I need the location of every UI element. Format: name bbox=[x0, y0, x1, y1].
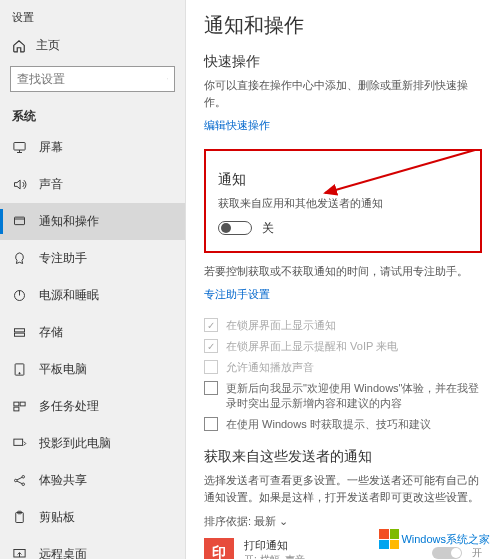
svg-rect-3 bbox=[15, 329, 25, 332]
sidebar-item-label: 投影到此电脑 bbox=[39, 435, 111, 452]
sidebar-item-focus-assist[interactable]: 专注助手 bbox=[0, 240, 185, 277]
chevron-down-icon: ⌄ bbox=[279, 515, 288, 527]
home-icon bbox=[12, 39, 26, 53]
storage-icon bbox=[12, 325, 27, 340]
notifications-heading: 通知 bbox=[218, 171, 468, 189]
sidebar-section-system: 系统 bbox=[0, 102, 185, 129]
sort-dropdown[interactable]: 排序依据: 最新 ⌄ bbox=[204, 513, 482, 530]
home-label: 主页 bbox=[36, 37, 60, 54]
sidebar-item-display[interactable]: 屏幕 bbox=[0, 129, 185, 166]
check-label: 更新后向我显示"欢迎使用 Windows"体验，并在我登录时突出显示新增内容和建… bbox=[226, 381, 482, 411]
notifications-highlight: 通知 获取来自应用和其他发送者的通知 关 bbox=[204, 149, 482, 253]
multitask-icon bbox=[12, 399, 27, 414]
checkbox-icon[interactable] bbox=[204, 381, 218, 395]
sidebar-item-sound[interactable]: 声音 bbox=[0, 166, 185, 203]
sidebar-item-label: 电源和睡眠 bbox=[39, 287, 99, 304]
check-tips[interactable]: 在使用 Windows 时获取提示、技巧和建议 bbox=[204, 417, 482, 432]
svg-point-6 bbox=[19, 373, 20, 374]
check-label: 在使用 Windows 时获取提示、技巧和建议 bbox=[226, 417, 431, 432]
search-input[interactable] bbox=[17, 72, 167, 86]
notifications-desc: 获取来自应用和其他发送者的通知 bbox=[218, 195, 468, 212]
sidebar-item-label: 多任务处理 bbox=[39, 398, 99, 415]
sidebar-item-label: 声音 bbox=[39, 176, 63, 193]
senders-desc: 选择发送者可查看更多设置。一些发送者还可能有自己的通知设置。如果是这样，打开发送… bbox=[204, 472, 482, 505]
home-link[interactable]: 主页 bbox=[0, 29, 185, 62]
svg-rect-9 bbox=[14, 407, 19, 411]
display-icon bbox=[12, 140, 27, 155]
check-label: 在锁屏界面上显示通知 bbox=[226, 318, 336, 333]
svg-point-13 bbox=[22, 483, 25, 486]
sidebar-item-label: 平板电脑 bbox=[39, 361, 87, 378]
sender-sub: 开: 横幅, 声音 bbox=[244, 553, 422, 559]
sidebar-item-label: 剪贴板 bbox=[39, 509, 75, 526]
sidebar-item-power[interactable]: 电源和睡眠 bbox=[0, 277, 185, 314]
app-icon: 印 bbox=[204, 538, 234, 560]
sidebar-item-multitasking[interactable]: 多任务处理 bbox=[0, 388, 185, 425]
svg-rect-4 bbox=[15, 333, 25, 336]
checkbox-icon: ✓ bbox=[204, 318, 218, 332]
check-welcome-experience[interactable]: 更新后向我显示"欢迎使用 Windows"体验，并在我登录时突出显示新增内容和建… bbox=[204, 381, 482, 411]
windows-logo-icon bbox=[379, 529, 399, 549]
page-title: 通知和操作 bbox=[204, 12, 482, 39]
focus-note: 若要控制获取或不获取通知的时间，请试用专注助手。 bbox=[204, 263, 482, 280]
sidebar-item-shared-experiences[interactable]: 体验共享 bbox=[0, 462, 185, 499]
svg-rect-1 bbox=[15, 217, 25, 225]
sidebar-item-remote-desktop[interactable]: 远程桌面 bbox=[0, 536, 185, 559]
sidebar-item-label: 体验共享 bbox=[39, 472, 87, 489]
checkbox-icon bbox=[204, 360, 218, 374]
notifications-toggle[interactable] bbox=[218, 221, 252, 235]
clipboard-icon bbox=[12, 510, 27, 525]
sidebar-item-clipboard[interactable]: 剪贴板 bbox=[0, 499, 185, 536]
edit-quick-actions-link[interactable]: 编辑快速操作 bbox=[204, 118, 270, 133]
checkbox-icon[interactable] bbox=[204, 417, 218, 431]
app-title: 设置 bbox=[0, 6, 185, 29]
quick-actions-heading: 快速操作 bbox=[204, 53, 482, 71]
sidebar-item-label: 存储 bbox=[39, 324, 63, 341]
remote-icon bbox=[12, 547, 27, 559]
sidebar-item-label: 通知和操作 bbox=[39, 213, 99, 230]
checkbox-icon: ✓ bbox=[204, 339, 218, 353]
check-lockscreen-voip: ✓ 在锁屏界面上显示提醒和 VoIP 来电 bbox=[204, 339, 482, 354]
svg-rect-8 bbox=[20, 402, 25, 406]
watermark: Windows系统之家 bbox=[379, 529, 490, 549]
sidebar-item-notifications[interactable]: 通知和操作 bbox=[0, 203, 185, 240]
check-play-sound: 允许通知播放声音 bbox=[204, 360, 482, 375]
senders-heading: 获取来自这些发送者的通知 bbox=[204, 448, 482, 466]
search-icon bbox=[167, 72, 168, 86]
svg-point-11 bbox=[15, 479, 18, 482]
sidebar-item-tablet[interactable]: 平板电脑 bbox=[0, 351, 185, 388]
toggle-state-label: 关 bbox=[262, 220, 274, 237]
power-icon bbox=[12, 288, 27, 303]
focus-assist-link[interactable]: 专注助手设置 bbox=[204, 287, 270, 302]
sidebar-item-label: 屏幕 bbox=[39, 139, 63, 156]
svg-point-12 bbox=[22, 476, 25, 479]
svg-rect-0 bbox=[14, 143, 25, 151]
check-label: 在锁屏界面上显示提醒和 VoIP 来电 bbox=[226, 339, 398, 354]
sidebar-item-storage[interactable]: 存储 bbox=[0, 314, 185, 351]
quick-actions-desc: 你可以直接在操作中心中添加、删除或重新排列快速操作。 bbox=[204, 77, 482, 110]
sidebar-item-label: 专注助手 bbox=[39, 250, 87, 267]
project-icon bbox=[12, 436, 27, 451]
sound-icon bbox=[12, 177, 27, 192]
check-lockscreen-notifications: ✓ 在锁屏界面上显示通知 bbox=[204, 318, 482, 333]
sidebar-item-label: 远程桌面 bbox=[39, 546, 87, 559]
share-icon bbox=[12, 473, 27, 488]
search-box[interactable] bbox=[10, 66, 175, 92]
tablet-icon bbox=[12, 362, 27, 377]
check-label: 允许通知播放声音 bbox=[226, 360, 314, 375]
sidebar-item-projecting[interactable]: 投影到此电脑 bbox=[0, 425, 185, 462]
svg-rect-7 bbox=[14, 402, 19, 406]
notifications-icon bbox=[12, 214, 27, 229]
focus-icon bbox=[12, 251, 27, 266]
svg-rect-10 bbox=[14, 439, 23, 445]
